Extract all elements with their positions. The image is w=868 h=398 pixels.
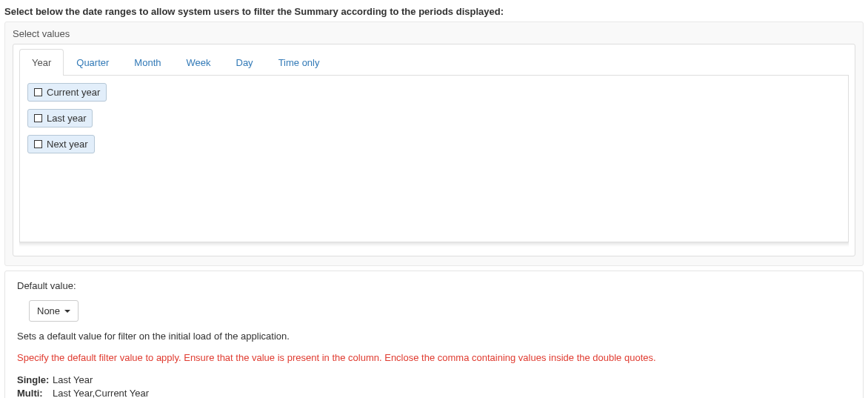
checkbox-icon	[34, 88, 42, 96]
select-values-box: Year Quarter Month Week Day Time only Cu…	[13, 44, 855, 256]
option-next-year[interactable]: Next year	[27, 135, 95, 153]
option-label: Last year	[47, 113, 86, 124]
tab-quarter[interactable]: Quarter	[64, 49, 121, 76]
tab-shadow	[19, 242, 849, 247]
option-current-year[interactable]: Current year	[27, 83, 107, 102]
example-single-key: Single:	[17, 374, 51, 387]
tab-content-year: Current year Last year Next year	[19, 76, 849, 242]
select-values-panel: Select values Year Quarter Month Week Da…	[4, 21, 864, 266]
tab-day[interactable]: Day	[224, 49, 266, 76]
dropdown-selected: None	[37, 305, 60, 316]
default-value-panel: Default value: None Sets a default value…	[4, 271, 864, 398]
default-value-label: Default value:	[17, 280, 851, 291]
default-value-warning: Specify the default filter value to appl…	[17, 352, 851, 363]
default-value-dropdown[interactable]: None	[29, 300, 79, 322]
checkbox-icon	[34, 114, 42, 122]
tab-month[interactable]: Month	[121, 49, 173, 76]
option-label: Next year	[47, 139, 88, 150]
example-single-val: Last Year	[53, 374, 93, 387]
page-instruction: Select below the date ranges to allow sy…	[4, 6, 864, 17]
tab-row: Year Quarter Month Week Day Time only	[19, 49, 849, 76]
tab-time-only[interactable]: Time only	[266, 49, 333, 76]
caret-down-icon	[64, 310, 70, 313]
option-last-year[interactable]: Last year	[27, 109, 93, 127]
tab-year[interactable]: Year	[19, 49, 64, 76]
checkbox-icon	[34, 140, 42, 148]
default-value-description: Sets a default value for filter on the i…	[17, 331, 851, 342]
tab-week[interactable]: Week	[174, 49, 224, 76]
default-value-examples: Single: Last Year Multi: Last Year,Curre…	[17, 374, 851, 398]
example-multi-val: Last Year,Current Year	[53, 387, 149, 398]
select-values-legend: Select values	[13, 28, 855, 39]
example-multi-key: Multi:	[17, 387, 51, 398]
option-label: Current year	[47, 87, 100, 98]
